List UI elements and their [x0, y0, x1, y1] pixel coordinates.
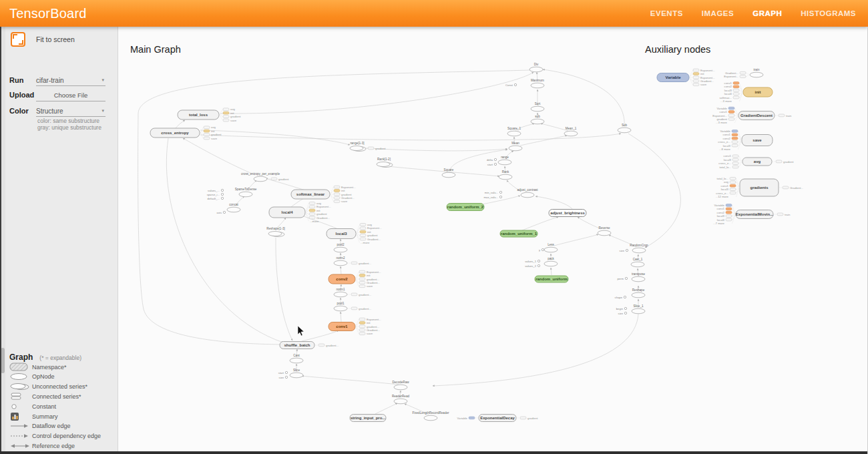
nav-tab-images[interactable]: IMAGES — [702, 9, 734, 17]
graph-node-decode_raw[interactable]: DecodeRaw — [392, 381, 409, 390]
fit-to-screen-button[interactable]: Fit to screen — [11, 32, 75, 47]
graph-node-cross_entropy[interactable]: cross_entropy — [150, 128, 200, 138]
svg-text:Gradient...: Gradient... — [790, 186, 803, 190]
graph-node-norm2[interactable]: norm2 — [334, 256, 347, 266]
svg-text:pool2: pool2 — [337, 243, 345, 246]
graph-node-cast[interactable]: Cast — [290, 354, 303, 363]
svg-text:ExponentialMovin...: ExponentialMovin... — [736, 212, 774, 216]
graph-node-local4[interactable]: local4 — [269, 207, 305, 218]
svg-text:Mean_1: Mean_1 — [566, 127, 577, 130]
graph-node-adjust_brightness[interactable]: adjust_brightness — [549, 210, 586, 217]
svg-text:pack: pack — [548, 257, 554, 260]
graph-edge — [276, 238, 292, 340]
svg-text:shape: shape — [615, 296, 623, 299]
graph-node-const-p1: values_1 — [525, 260, 539, 263]
fit-to-screen-label: Fit to screen — [36, 35, 75, 43]
svg-text:gradient: gradient — [316, 212, 327, 216]
choose-file-button[interactable]: Choose File — [36, 91, 105, 101]
graph-node-variable[interactable]: Variable — [657, 73, 689, 82]
graph-canvas[interactable]: total_lossavginitgradientsavecross_entro… — [0, 0, 868, 454]
graph-node-save[interactable]: save — [742, 135, 773, 146]
graph-node-sub2[interactable]: sub — [531, 115, 544, 124]
graph-node-sqrt[interactable]: Sqrt — [531, 102, 544, 111]
graph-node-train[interactable]: train — [750, 68, 763, 77]
nav-tab-histograms[interactable]: HISTOGRAMS — [801, 9, 856, 17]
graph-edge — [628, 134, 680, 248]
svg-text:gradient: gradient — [367, 234, 378, 237]
graph-node-ema[interactable]: ExponentialMovin... — [736, 210, 774, 219]
color-select[interactable]: Structure ▾ — [36, 107, 105, 117]
fit-to-screen-icon[interactable] — [11, 32, 25, 47]
graph-node-reverse[interactable]: Reverse — [598, 226, 611, 236]
graph-node-reshape[interactable]: Reshape — [632, 288, 645, 298]
graph-node-rank[interactable]: Rank — [499, 170, 512, 180]
chevron-down-icon: ▾ — [101, 77, 104, 83]
svg-text:avg: avg — [754, 160, 761, 164]
graph-node-softmax_linear[interactable]: softmax_linear — [291, 190, 330, 199]
graph-node-random_uniform[interactable]: random_uniform — [535, 276, 568, 282]
graph-node-range13[interactable]: range[1-3] — [350, 142, 366, 152]
graph-node-random_crop[interactable]: RandomCrop — [630, 244, 648, 253]
svg-text:norm2: norm2 — [336, 256, 345, 260]
graph-node-random_uniform_1[interactable]: random_uniform_1 — [500, 230, 537, 237]
graph-node-cast_1[interactable]: Cast_1 — [631, 258, 644, 267]
graph-node-slice_1[interactable]: Slice_1 — [632, 304, 645, 314]
node-annotations: Exponent...initgradient...Gradient...sav… — [356, 318, 381, 336]
run-select[interactable]: cifar-train ▾ — [36, 77, 105, 86]
graph-node-random_uniform_2[interactable]: random_uniform_2 — [447, 204, 484, 211]
graph-node-conv1[interactable]: conv1 — [329, 322, 355, 331]
graph-node-mean[interactable]: Mean — [509, 142, 522, 151]
graph-node-slice[interactable]: Slice — [290, 369, 303, 378]
svg-text:init: init — [230, 111, 234, 115]
graph-node-sub_cap[interactable]: Sub — [618, 124, 631, 133]
graph-node-gradients[interactable]: gradients — [740, 179, 779, 196]
graph-node-reshape13[interactable]: Reshape[1-3] — [266, 227, 285, 237]
nav-tab-graph[interactable]: GRAPH — [752, 9, 782, 17]
graph-node-reader_read[interactable]: ReaderRead — [392, 395, 409, 404]
graph-node-exp_decay[interactable]: ExponentialDecay — [479, 415, 516, 422]
node-annotations: Exponent...initgradient...Gradient...sav… — [356, 270, 381, 288]
graph-edge — [551, 268, 552, 275]
graph-node-mean_1[interactable]: Mean_1 — [564, 127, 578, 136]
graph-node-concat[interactable]: concat — [227, 203, 240, 212]
graph-node-init[interactable]: init — [743, 87, 773, 97]
graph-node-flrr[interactable]: FixedLengthRecordReader — [412, 411, 449, 421]
node-annotations: gradient — [773, 160, 795, 164]
svg-text:gradient: gradient — [527, 417, 538, 420]
svg-text:avg: avg — [230, 107, 236, 111]
svg-text:Sub: Sub — [622, 124, 628, 127]
graph-node-string_input[interactable]: string_input_pro... — [350, 415, 386, 422]
graph-node-total_loss[interactable]: total_loss — [178, 110, 219, 120]
graph-node-maximum[interactable]: Maximum — [531, 79, 544, 88]
svg-text:...more: ...more — [361, 241, 370, 244]
graph-node-square[interactable]: Square — [442, 168, 455, 178]
graph-node-less[interactable]: Less — [544, 243, 558, 252]
graph-node-conv2[interactable]: conv2 — [329, 274, 355, 284]
svg-text:total_lo...: total_lo... — [717, 177, 728, 180]
graph-node-div[interactable]: Div — [529, 63, 543, 72]
svg-text:size: size — [620, 249, 625, 252]
graph-node-pack[interactable]: pack — [544, 257, 558, 266]
graph-node-shuffle_batch[interactable]: shuffle_batch — [280, 342, 314, 349]
graph-node-square_1[interactable]: Square_1 — [507, 127, 521, 136]
window-bottom-edge — [0, 451, 868, 454]
svg-text:Const: Const — [505, 83, 513, 87]
graph-node-avg[interactable]: avg — [742, 158, 772, 166]
svg-text:Gradient...: Gradient... — [700, 79, 714, 83]
graph-node-transpose[interactable]: transpose — [632, 272, 646, 282]
svg-text:Reshape[1-3]: Reshape[1-3] — [266, 227, 285, 230]
graph-node-gradient_descent[interactable]: GradientDescent — [738, 111, 775, 120]
graph-node-norm1[interactable]: norm1 — [334, 288, 347, 297]
graph-node-pool1[interactable]: pool1 — [334, 302, 347, 311]
graph-node-adjust_contrast[interactable]: adjust_contrast — [517, 188, 538, 198]
graph-node-local3[interactable]: local3 — [327, 229, 356, 239]
svg-text:values_1: values_1 — [525, 260, 536, 263]
nav-tab-events[interactable]: EVENTS — [650, 9, 683, 17]
svg-text:pool1: pool1 — [337, 302, 345, 305]
node-annotations: Variableconv1conv2cross_e...local3...8 m… — [718, 130, 741, 151]
graph-node-range[interactable]: range — [498, 156, 511, 165]
graph-node-rank12[interactable]: Rank[1-2] — [377, 158, 393, 168]
graph-node-pool2[interactable]: pool2 — [334, 243, 347, 252]
svg-text:total_lo...: total_lo... — [720, 166, 731, 169]
graph-node-sparse_to_dense[interactable]: SparseToDense — [235, 188, 257, 197]
